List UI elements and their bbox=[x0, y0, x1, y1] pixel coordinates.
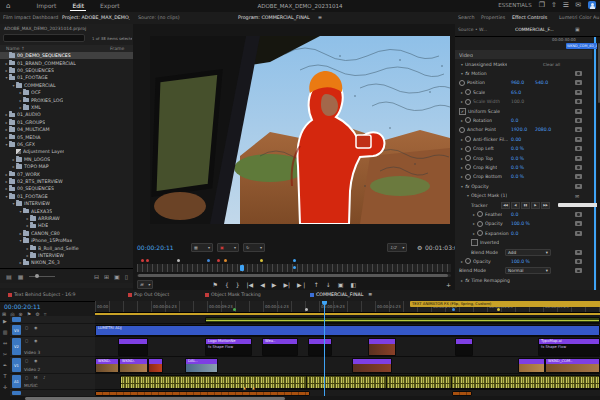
tree-item[interactable]: Adjustment Layer bbox=[0, 148, 133, 155]
blend-mode-select[interactable]: Normal▾ bbox=[505, 267, 551, 274]
insert-overwrite-dropdown[interactable]: ⊞▾ bbox=[137, 280, 153, 289]
marker-dot[interactable] bbox=[141, 259, 144, 262]
ec-label[interactable]: Scale bbox=[473, 90, 485, 95]
tree-item[interactable]: ▸00_SEQUENCES bbox=[0, 67, 133, 74]
selection-tool[interactable]: ▶ bbox=[0, 316, 10, 327]
track-forward-button[interactable]: ▶ bbox=[531, 202, 540, 209]
stopwatch-icon[interactable] bbox=[465, 258, 471, 264]
monitor-scrollbar[interactable] bbox=[137, 274, 451, 277]
column-name[interactable]: Name ↑ bbox=[6, 46, 25, 51]
ec-value[interactable]: 1920.0 bbox=[511, 127, 527, 132]
list-view-icon[interactable]: ▤ bbox=[6, 273, 12, 280]
keyframe-camera-icon[interactable] bbox=[575, 221, 582, 226]
track-name[interactable]: MUSIC bbox=[24, 383, 38, 388]
tree-item[interactable]: ▸00_SEQUENCES bbox=[0, 185, 133, 192]
ec-source-tab[interactable]: Source • W... bbox=[458, 27, 510, 32]
marker-color-dropdown[interactable]: ▣▾ bbox=[217, 243, 239, 252]
automate-sequence-icon[interactable]: ⊟ bbox=[94, 273, 99, 280]
keyframe-camera-icon[interactable] bbox=[575, 250, 582, 255]
menu-export[interactable]: Export bbox=[98, 1, 122, 11]
mark-in-button[interactable]: { bbox=[225, 281, 229, 288]
clip-video[interactable]: WKND_COM.. bbox=[545, 358, 600, 373]
tree-item[interactable]: ▸PROXIES_LOG bbox=[0, 96, 133, 103]
ec-value[interactable]: 65.0 bbox=[511, 90, 521, 95]
tree-item[interactable]: ▸ARRIRAW bbox=[0, 215, 133, 222]
type-tool[interactable]: T bbox=[0, 371, 10, 382]
timeline-tab-pop-out-object[interactable]: Pop Out Object bbox=[128, 292, 169, 297]
monitor-playhead[interactable] bbox=[240, 265, 244, 271]
stopwatch-icon[interactable] bbox=[459, 80, 465, 86]
ec-label[interactable]: Opacity bbox=[485, 221, 503, 226]
ec-panel-menu-icon[interactable]: ▣ bbox=[575, 26, 580, 32]
tab-lumetri-color[interactable]: Lumetri Color bbox=[559, 15, 592, 20]
stopwatch-icon[interactable] bbox=[465, 99, 471, 105]
track-lock-icon[interactable]: ◻ bbox=[25, 338, 28, 343]
tree-item[interactable]: ▸B_Roll_and_Selfie bbox=[0, 244, 133, 251]
marker-dot[interactable] bbox=[224, 259, 227, 262]
track-target-toggle[interactable]: V3 bbox=[12, 325, 21, 335]
timeline-tab-object-mask-tracking[interactable]: Object Mask Tracking bbox=[205, 292, 261, 297]
stopwatch-icon[interactable] bbox=[465, 89, 471, 95]
tree-item[interactable]: ▸07_WORK bbox=[0, 170, 133, 177]
clip-video[interactable]: WKND. bbox=[119, 358, 148, 373]
ruler-marker[interactable] bbox=[233, 308, 236, 311]
pause-tracking-button[interactable]: ▮▮ bbox=[521, 202, 530, 209]
play-button[interactable]: ▶ bbox=[272, 281, 277, 288]
tree-item[interactable]: ▸MN_LOGOS bbox=[0, 156, 133, 163]
tab-film-impact-dashboard[interactable]: Film Impact Dashboard bbox=[3, 15, 59, 20]
ec-label[interactable]: Feather bbox=[485, 212, 502, 217]
tree-item[interactable]: ▸01_GROUPS bbox=[0, 119, 133, 126]
mark-out-button[interactable]: } bbox=[236, 281, 240, 288]
column-frame[interactable]: Frame bbox=[110, 46, 124, 51]
new-bin-icon[interactable]: ⊞ bbox=[104, 273, 109, 280]
clip-graphic[interactable] bbox=[118, 338, 148, 356]
ec-label[interactable]: Crop Left bbox=[473, 146, 494, 151]
ruler-marker[interactable] bbox=[497, 308, 500, 311]
workspaces-icon[interactable]: ❐ bbox=[539, 1, 545, 9]
clip-graphic[interactable]: Logo MotionNefx Shape Flow bbox=[205, 338, 252, 356]
ec-label[interactable]: Crop Right bbox=[473, 165, 497, 170]
program-current-timecode[interactable]: 00:00:20:11 bbox=[137, 244, 174, 251]
timeline-playhead[interactable] bbox=[324, 301, 325, 396]
tree-item[interactable]: ▸01_AUDIO bbox=[0, 111, 133, 118]
tree-item[interactable]: ▸02_BTS_INTERVIEW bbox=[0, 178, 133, 185]
tab-search[interactable]: Search bbox=[458, 15, 474, 20]
ec-label[interactable]: Crop Top bbox=[473, 156, 493, 161]
ec-label[interactable]: Expansion bbox=[485, 231, 509, 236]
ec-value[interactable]: 960.0 bbox=[511, 80, 524, 85]
razor-tool[interactable]: ✂ bbox=[0, 349, 10, 360]
ec-value[interactable]: 0.0 % bbox=[511, 146, 524, 151]
track-header-v3[interactable]: V3◻◉ bbox=[10, 324, 95, 337]
marker-dot[interactable] bbox=[217, 259, 220, 262]
tree-item[interactable]: ▸XML bbox=[0, 104, 133, 111]
tree-item[interactable]: ▾iPhone_15ProMax bbox=[0, 237, 133, 244]
loop-dropdown[interactable]: ↻▾ bbox=[243, 243, 265, 252]
program-panel-menu-icon[interactable]: ≡ bbox=[318, 15, 322, 20]
workspace-label[interactable]: ESSENTIALS bbox=[498, 2, 531, 8]
tree-item[interactable]: ▾01_FOOTAGE bbox=[0, 193, 133, 200]
share-icon[interactable]: ⇧ bbox=[551, 1, 557, 9]
marker-dot[interactable] bbox=[207, 259, 210, 262]
ec-value[interactable]: 0.0 bbox=[511, 212, 518, 217]
keyframe-camera-icon[interactable] bbox=[575, 127, 582, 132]
clip-video[interactable]: WKND. bbox=[95, 358, 119, 373]
tree-item[interactable]: ▾COMMERCIAL bbox=[0, 82, 133, 89]
track-backward-button[interactable]: ◀ bbox=[511, 202, 520, 209]
go-to-in-button[interactable]: |◀ bbox=[247, 281, 254, 288]
comparison-view-button[interactable]: ◧ bbox=[350, 281, 356, 288]
clip-video[interactable] bbox=[148, 358, 163, 373]
clip-graphic[interactable]: TypoMap.aifx Shape Flow bbox=[538, 338, 600, 356]
marker-dot[interactable] bbox=[293, 259, 296, 262]
stopwatch-icon[interactable] bbox=[465, 146, 471, 152]
export-frame-button[interactable]: ▣ bbox=[338, 281, 344, 288]
tab-effect-controls[interactable]: Effect Controls bbox=[512, 15, 547, 20]
timeline-tab-text-behind-subject-16-9[interactable]: Text Behind Subject - 16:9 bbox=[8, 292, 76, 297]
track-target-toggle[interactable]: V2 bbox=[12, 338, 21, 355]
tree-item[interactable]: ▸OCF bbox=[0, 89, 133, 96]
hand-tool[interactable]: ✛ bbox=[0, 382, 10, 393]
ec-label[interactable]: Crop Bottom bbox=[473, 174, 502, 179]
track-lane-v2[interactable] bbox=[95, 337, 600, 357]
tab-properties[interactable]: Properties bbox=[481, 15, 505, 20]
ec-label[interactable]: Opacity bbox=[473, 259, 491, 264]
tree-item[interactable]: ▸05_MEDIA bbox=[0, 133, 133, 140]
